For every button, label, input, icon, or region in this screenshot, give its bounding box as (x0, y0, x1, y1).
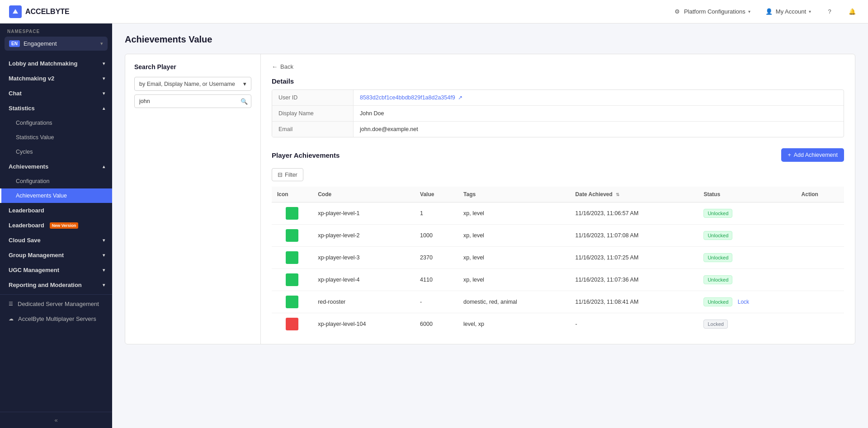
filter-icon: ⊟ (278, 171, 283, 178)
achievement-code: xp-player-level-2 (312, 225, 415, 247)
achievement-tags: xp, level (458, 202, 570, 225)
search-submit-button[interactable]: 🔍 (241, 98, 248, 105)
sidebar-item-label: Reporting and Moderation (9, 282, 82, 288)
achievement-value: 6000 (415, 313, 458, 335)
details-title: Details (272, 77, 844, 85)
namespace-label: NAMESPACE (0, 24, 112, 37)
user-icon: 👤 (765, 8, 773, 16)
sidebar-item-matchmaking[interactable]: Matchmaking v2 ▾ (0, 71, 112, 86)
add-achievement-label: Add Achievement (794, 152, 838, 158)
col-action: Action (796, 187, 844, 202)
search-input[interactable] (134, 94, 251, 108)
help-button[interactable]: ? (823, 6, 836, 18)
chevron-down-icon: ▾ (809, 9, 811, 14)
add-achievement-button[interactable]: + Add Achievement (781, 148, 844, 162)
achievement-icon (286, 273, 298, 286)
sidebar: NAMESPACE EN Engagement ▾ Lobby and Matc… (0, 24, 112, 428)
sidebar-item-label: UGC Management (9, 267, 59, 273)
namespace-badge: EN (9, 40, 20, 47)
col-status: Status (698, 187, 796, 202)
col-icon: Icon (272, 187, 312, 202)
search-type-select[interactable]: by Email, Display Name, or Username ▾ (134, 77, 251, 91)
sidebar-item-leaderboard-v2[interactable]: Leaderboard New Version (0, 218, 112, 233)
sidebar-collapse-button[interactable]: « (0, 412, 112, 428)
sidebar-item-stats-config[interactable]: Configurations (0, 116, 112, 130)
status-badge: Locked (703, 320, 727, 329)
chevron-right-icon: ▾ (103, 91, 105, 96)
sidebar-item-ach-value[interactable]: Achievements Value (0, 188, 112, 203)
col-date-achieved[interactable]: Date Achieved ⇅ (570, 187, 698, 202)
col-tags: Tags (458, 187, 570, 202)
detail-row-display-name: Display Name John Doe (272, 106, 844, 122)
arrow-left-icon: ← (272, 63, 278, 70)
platform-config-button[interactable]: ⚙ Platform Configurations ▾ (670, 6, 753, 18)
sidebar-item-dedicated-server[interactable]: ☰ Dedicated Server Management (0, 296, 112, 311)
achievement-icon (286, 296, 298, 308)
status-badge: Unlocked (703, 275, 732, 284)
col-code: Code (312, 187, 415, 202)
achievement-icon (286, 251, 298, 264)
external-link-icon: ↗ (458, 94, 462, 101)
achievement-status: Locked (698, 313, 796, 335)
achievements-table: Icon Code Value Tags Date Achieved ⇅ Sta… (272, 187, 844, 335)
sidebar-item-label: Dedicated Server Management (18, 301, 99, 307)
sidebar-item-achievements[interactable]: Achievements ▴ (0, 159, 112, 174)
lock-link[interactable]: Lock (738, 299, 749, 305)
filter-button[interactable]: ⊟ Filter (272, 168, 303, 181)
email-label: Email (272, 122, 354, 137)
achievement-value: 2370 (415, 247, 458, 269)
chevron-up-icon: ▴ (103, 164, 105, 169)
sidebar-item-statistics[interactable]: Statistics ▴ (0, 101, 112, 116)
back-link[interactable]: ← Back (272, 63, 844, 70)
my-account-button[interactable]: 👤 My Account ▾ (762, 6, 814, 18)
right-panel: ← Back Details User ID 8583d2cbf1ce4bbdb… (261, 54, 855, 344)
table-row: xp-player-level-3 2370 xp, level 11/16/2… (272, 247, 844, 269)
chevron-down-icon: ▾ (748, 9, 750, 14)
logo-icon (9, 5, 22, 18)
namespace-selector[interactable]: EN Engagement ▾ (5, 37, 108, 51)
namespace-name: Engagement (24, 40, 97, 47)
sidebar-item-cycles[interactable]: Cycles (0, 145, 112, 159)
achievement-date: - (570, 313, 698, 335)
server-icon: ☰ (9, 301, 13, 307)
sidebar-item-chat[interactable]: Chat ▾ (0, 86, 112, 101)
email-value: john.doe@example.net (354, 122, 844, 137)
achievement-date: 11/16/2023, 11:07:25 AM (570, 247, 698, 269)
achievement-icon (286, 207, 298, 220)
table-row: xp-player-level-4 4110 xp, level 11/16/2… (272, 269, 844, 291)
achievements-title: Player Achievements (272, 151, 340, 159)
achievement-code: xp-player-level-3 (312, 247, 415, 269)
status-badge: Unlocked (703, 231, 732, 240)
search-player-title: Search Player (134, 63, 251, 71)
notifications-button[interactable]: 🔔 (845, 6, 859, 18)
sidebar-item-label: Configurations (16, 120, 52, 126)
achievement-date: 11/16/2023, 11:06:57 AM (570, 202, 698, 225)
sidebar-item-lobby[interactable]: Lobby and Matchmaking ▾ (0, 56, 112, 71)
achievement-tags: domestic, red, animal (458, 291, 570, 313)
sidebar-item-reporting[interactable]: Reporting and Moderation ▾ (0, 277, 112, 292)
sidebar-item-cloud-save[interactable]: Cloud Save ▾ (0, 233, 112, 248)
achievement-status: Unlocked (698, 269, 796, 291)
user-id-value[interactable]: 8583d2cbf1ce4bbdb829f1a8d2a354f9 ↗ (354, 90, 844, 105)
new-version-badge: New Version (50, 222, 79, 229)
sidebar-item-leaderboard[interactable]: Leaderboard (0, 203, 112, 218)
achievements-tbody: xp-player-level-1 1 xp, level 11/16/2023… (272, 202, 844, 335)
achievement-action (796, 291, 844, 313)
achievement-status: Unlocked (698, 247, 796, 269)
achievements-header: Player Achievements + Add Achievement (272, 148, 844, 162)
app-logo: ACCELBYTE (9, 5, 70, 18)
achievement-status: Unlocked Lock (698, 291, 796, 313)
achievement-icon-cell (277, 318, 307, 330)
achievement-date: 11/16/2023, 11:07:08 AM (570, 225, 698, 247)
sidebar-item-label: Lobby and Matchmaking (9, 60, 77, 67)
table-row: xp-player-level-1 1 xp, level 11/16/2023… (272, 202, 844, 225)
sidebar-item-ugc-mgmt[interactable]: UGC Management ▾ (0, 263, 112, 277)
sidebar-item-accelbyte-servers[interactable]: ☁ AccelByte Multiplayer Servers (0, 311, 112, 326)
gear-icon: ⚙ (673, 8, 681, 16)
main-content: Achievements Value Search Player by Emai… (112, 24, 868, 428)
status-badge: Unlocked (703, 297, 732, 306)
detail-row-email: Email john.doe@example.net (272, 122, 844, 137)
sidebar-item-ach-config[interactable]: Configuration (0, 174, 112, 188)
sidebar-item-group-mgmt[interactable]: Group Management ▾ (0, 248, 112, 263)
sidebar-item-stats-value[interactable]: Statistics Value (0, 130, 112, 145)
